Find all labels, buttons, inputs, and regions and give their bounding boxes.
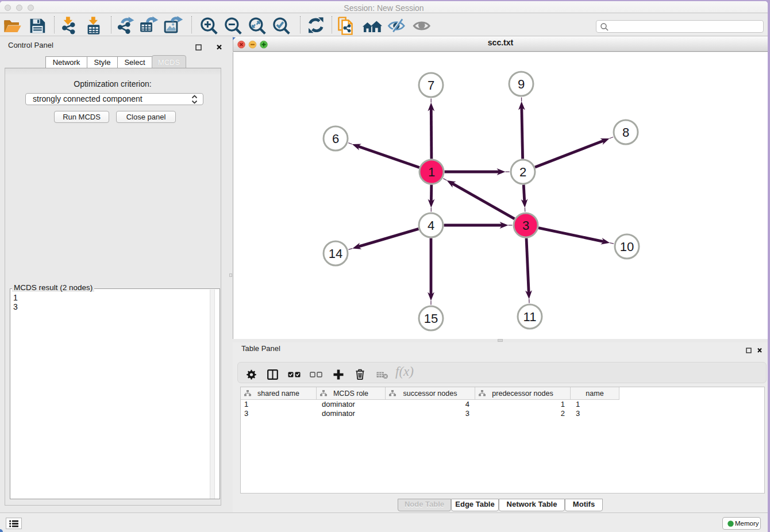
svg-text:9: 9	[518, 77, 525, 91]
svg-text:2: 2	[519, 165, 526, 179]
svg-text:8: 8	[622, 125, 629, 140]
svg-text:3: 3	[522, 218, 529, 233]
svg-text:11: 11	[523, 310, 537, 324]
svg-text:10: 10	[620, 240, 634, 254]
svg-text:7: 7	[428, 78, 434, 92]
svg-text:4: 4	[428, 218, 434, 233]
svg-text:15: 15	[424, 311, 438, 326]
svg-text:1: 1	[428, 165, 435, 179]
svg-text:6: 6	[332, 132, 339, 146]
svg-text:14: 14	[329, 246, 342, 261]
